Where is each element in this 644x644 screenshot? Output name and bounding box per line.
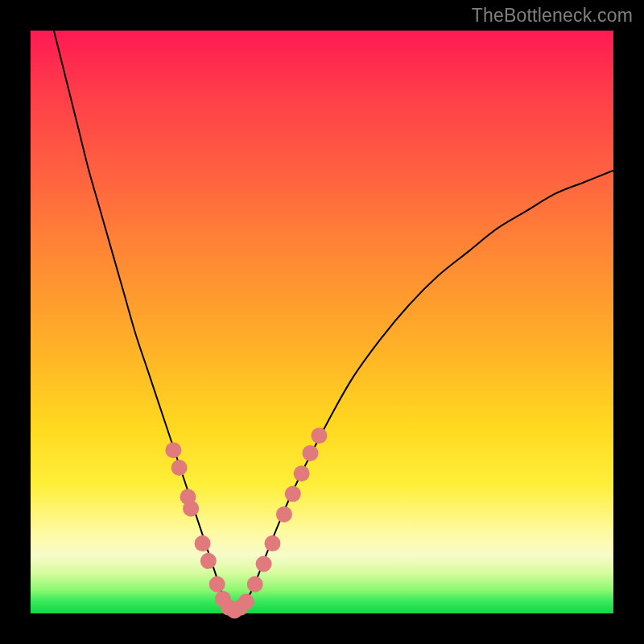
highlight-dot [195,535,211,551]
bottleneck-curve-path [54,31,613,613]
highlight-dot [247,576,263,592]
highlight-dot [238,594,254,610]
curve-svg [31,31,613,613]
highlight-dot [303,445,319,461]
chart-frame: TheBottleneck.com [0,0,644,644]
highlight-dot [171,460,188,476]
bottleneck-curve [54,31,613,613]
plot-area [31,31,613,613]
highlight-dot [285,486,301,502]
highlight-dot [294,465,310,481]
highlight-dot [256,555,272,572]
highlight-dot [209,576,225,592]
highlight-dot [264,535,280,551]
highlight-dot [311,427,327,444]
highlight-dot [183,501,199,517]
highlight-dots [165,427,327,618]
watermark-text: TheBottleneck.com [472,5,633,27]
highlight-dot [165,442,181,458]
highlight-dot [276,506,292,522]
highlight-dot [200,553,217,569]
